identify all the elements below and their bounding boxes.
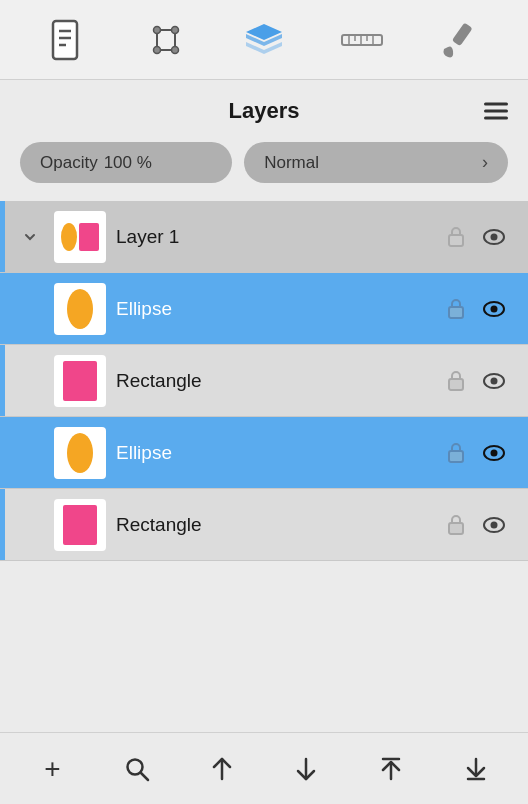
search-button[interactable]: [111, 743, 163, 795]
layers-icon[interactable]: [240, 16, 288, 64]
opacity-control[interactable]: Opacity 100 %: [20, 142, 232, 183]
search-icon: [124, 756, 150, 782]
opacity-value: 100 %: [104, 153, 152, 173]
layer-row[interactable]: Layer 1: [0, 201, 528, 273]
move-to-top-button[interactable]: [365, 743, 417, 795]
svg-point-30: [491, 449, 498, 456]
visibility-icon[interactable]: [476, 444, 512, 462]
layers-menu-button[interactable]: [484, 103, 508, 120]
layer-row[interactable]: Rectangle: [0, 489, 528, 561]
expand-icon[interactable]: [16, 229, 44, 245]
layer-name: Layer 1: [116, 226, 440, 248]
svg-rect-28: [449, 451, 463, 462]
layer-name: Ellipse: [116, 298, 440, 320]
move-up-button[interactable]: [196, 743, 248, 795]
svg-rect-12: [342, 35, 382, 45]
lock-icon[interactable]: [440, 370, 472, 392]
layer-thumbnail: [54, 211, 106, 263]
layers-title: Layers: [229, 98, 300, 124]
lock-icon[interactable]: [440, 298, 472, 320]
visibility-icon[interactable]: [476, 372, 512, 390]
visibility-icon[interactable]: [476, 516, 512, 534]
svg-point-7: [154, 46, 161, 53]
lock-icon[interactable]: [440, 514, 472, 536]
arrow-to-bottom-icon: [464, 755, 488, 783]
ruler-icon[interactable]: [338, 16, 386, 64]
paint-icon[interactable]: [435, 16, 483, 64]
add-icon: +: [44, 753, 60, 785]
svg-point-8: [172, 46, 179, 53]
svg-rect-19: [449, 235, 463, 246]
layer-row[interactable]: Rectangle: [0, 345, 528, 417]
move-to-bottom-button[interactable]: [450, 743, 502, 795]
svg-point-27: [491, 377, 498, 384]
layers-panel: Layers Opacity 100 % Normal ›: [0, 80, 528, 804]
blend-mode-label: Normal: [264, 153, 319, 173]
layer-thumbnail: [54, 355, 106, 407]
svg-point-5: [154, 26, 161, 33]
move-down-button[interactable]: [280, 743, 332, 795]
visibility-icon[interactable]: [476, 300, 512, 318]
chevron-right-icon: ›: [482, 152, 488, 173]
svg-rect-25: [449, 379, 463, 390]
svg-rect-22: [449, 307, 463, 318]
layer-name: Ellipse: [116, 442, 440, 464]
svg-rect-18: [452, 22, 473, 46]
layer-list: Layer 1 Ellipse: [0, 201, 528, 732]
layer-row[interactable]: Ellipse: [0, 417, 528, 489]
svg-point-21: [491, 233, 498, 240]
arrow-down-icon: [294, 755, 318, 783]
svg-line-35: [140, 772, 148, 780]
svg-point-6: [172, 26, 179, 33]
opacity-label: Opacity: [40, 153, 98, 173]
layer-thumbnail: [54, 499, 106, 551]
lock-icon[interactable]: [440, 226, 472, 248]
bottom-toolbar: +: [0, 732, 528, 804]
svg-point-33: [491, 521, 498, 528]
layers-header: Layers: [0, 80, 528, 142]
top-toolbar: [0, 0, 528, 80]
document-icon[interactable]: [45, 16, 93, 64]
layer-thumbnail: [54, 427, 106, 479]
arrow-up-icon: [210, 755, 234, 783]
layer-thumbnail: [54, 283, 106, 335]
controls-row: Opacity 100 % Normal ›: [0, 142, 528, 201]
blend-mode-control[interactable]: Normal ›: [244, 142, 508, 183]
svg-rect-31: [449, 523, 463, 534]
transform-icon[interactable]: [142, 16, 190, 64]
add-layer-button[interactable]: +: [26, 743, 78, 795]
svg-rect-0: [53, 21, 77, 59]
arrow-to-top-icon: [379, 755, 403, 783]
layer-name: Rectangle: [116, 370, 440, 392]
layer-row[interactable]: Ellipse: [0, 273, 528, 345]
layer-name: Rectangle: [116, 514, 440, 536]
svg-point-24: [491, 305, 498, 312]
lock-icon[interactable]: [440, 442, 472, 464]
visibility-icon[interactable]: [476, 228, 512, 246]
